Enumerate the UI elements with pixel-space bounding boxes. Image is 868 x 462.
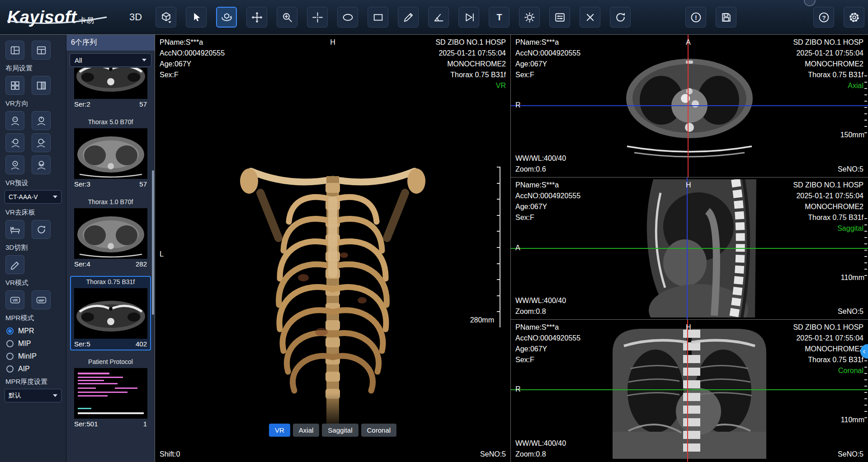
vr-preset-select[interactable]: CT-AAA-V bbox=[5, 190, 61, 204]
sagittal-crosshair-vertical[interactable] bbox=[687, 177, 688, 320]
viewport-vr[interactable]: PName:S***a AccNO:0004920555 Age:067Y Se… bbox=[155, 35, 510, 462]
series-panel: 6个序列 All Ser:2 bbox=[66, 35, 155, 462]
delete-tool-button[interactable] bbox=[580, 7, 600, 28]
orientation-top: A bbox=[686, 37, 691, 48]
window-preset-button[interactable] bbox=[549, 7, 570, 28]
photometric: MONOCHROME2 bbox=[793, 344, 863, 355]
view-button-vr[interactable]: VR bbox=[269, 424, 290, 437]
alert-button[interactable]: ! bbox=[685, 7, 706, 28]
reset-view-button[interactable] bbox=[610, 7, 631, 28]
settings-button[interactable] bbox=[844, 7, 864, 28]
axial-crosshair-horizontal[interactable] bbox=[511, 105, 868, 106]
mpr-column: PName:S***a AccNO:0004920555 Age:067Y Se… bbox=[510, 35, 868, 462]
viewport-coronal[interactable]: PName:S***a AccNO:0004920555 Age:067Y Se… bbox=[511, 320, 868, 462]
remove-bed-button[interactable] bbox=[5, 220, 24, 239]
series-number: Ser:2 bbox=[74, 100, 90, 108]
scale-label: 110mm bbox=[841, 415, 864, 425]
help-button[interactable]: ? bbox=[813, 7, 834, 28]
series-item-2[interactable]: Ser:2 57 bbox=[70, 68, 151, 111]
crosshair-tool-button[interactable] bbox=[307, 7, 328, 28]
coronal-crosshair-horizontal[interactable] bbox=[511, 389, 868, 390]
bed-reset-button[interactable] bbox=[32, 220, 51, 239]
series-number: Ser:5 bbox=[74, 340, 90, 348]
app-logo: Kayisoft 卡易 bbox=[0, 8, 113, 27]
grid-2x2-button[interactable] bbox=[5, 76, 24, 95]
series-item-501[interactable]: Patient Protocol bbox=[70, 356, 151, 430]
vr-orient-left-button[interactable] bbox=[5, 133, 24, 152]
pointer-tool-button[interactable] bbox=[186, 7, 207, 28]
split-view-button[interactable] bbox=[32, 76, 51, 95]
layout-preset-b-button[interactable] bbox=[32, 41, 51, 60]
save-button[interactable] bbox=[716, 7, 736, 28]
text-icon: T bbox=[493, 11, 505, 23]
vr-orient-posterior-button[interactable] bbox=[32, 111, 51, 130]
svg-text:VR: VR bbox=[12, 298, 18, 303]
mpr-mode-option-minip[interactable]: MinIP bbox=[6, 352, 61, 360]
wwwl-label: WW/WL:400/40 bbox=[515, 153, 566, 164]
text-tool-button[interactable]: T bbox=[489, 7, 509, 28]
vr-preset-label: VR预设 bbox=[5, 179, 61, 187]
series-footer: Ser:5 402 bbox=[72, 340, 149, 348]
patient-age: Age:067Y bbox=[515, 201, 580, 212]
layout-preset-a-button[interactable] bbox=[5, 41, 24, 60]
rectangle-tool-button[interactable] bbox=[368, 7, 388, 28]
window-level-button[interactable] bbox=[519, 7, 540, 28]
orientation-top: H bbox=[330, 37, 335, 48]
series-filter-select[interactable]: All bbox=[70, 53, 151, 67]
study-datetime: 2025-01-21 07:55:04 bbox=[793, 333, 863, 344]
mpr-mode-option-aip[interactable]: AIP bbox=[6, 365, 61, 373]
viewport-sagittal[interactable]: PName:S***a AccNO:0004920555 Age:067Y Se… bbox=[511, 177, 868, 320]
mpr-thickness-select[interactable]: 默认 bbox=[5, 389, 61, 402]
study-datetime: 2025-01-21 07:55:04 bbox=[435, 48, 506, 59]
vr-mode-vr-button[interactable]: VR bbox=[5, 290, 24, 309]
patient-accno: AccNO:0004920555 bbox=[160, 48, 225, 59]
series-item-4[interactable]: Thorax 1.0 B70f Ser:4 282 bbox=[70, 196, 151, 271]
series-image-count: 402 bbox=[136, 340, 147, 348]
cine-tool-button[interactable] bbox=[458, 7, 479, 28]
view-button-saggital[interactable]: Saggital bbox=[322, 424, 358, 437]
mpr-mode-option-mpr[interactable]: MPR bbox=[6, 327, 61, 335]
vr-orient-right-button[interactable] bbox=[32, 133, 51, 152]
head-right-icon bbox=[36, 137, 47, 149]
series-item-3[interactable]: Thorax 5.0 B70f Ser:3 57 bbox=[70, 116, 151, 191]
vr-bed-removal-label: VR去床板 bbox=[5, 208, 61, 217]
view-button-coronal[interactable]: Coronal bbox=[361, 424, 397, 437]
series-filter-value: All bbox=[75, 56, 82, 64]
render-mode-button[interactable] bbox=[156, 7, 176, 28]
series-desc: Thorax 0.75 B31f bbox=[435, 70, 506, 80]
play-icon bbox=[463, 11, 475, 23]
measure-tool-button[interactable] bbox=[398, 7, 419, 28]
series-scrollbar-thumb[interactable] bbox=[152, 170, 154, 315]
vr-orient-inferior-button[interactable] bbox=[32, 155, 51, 174]
mpr-mode-option-mip[interactable]: MIP bbox=[6, 340, 61, 348]
angle-tool-button[interactable] bbox=[428, 7, 449, 28]
grid-2x2-icon bbox=[9, 80, 21, 91]
pan-tool-button[interactable] bbox=[246, 7, 267, 28]
sagittal-crosshair-horizontal[interactable] bbox=[511, 248, 868, 249]
user-avatar[interactable] bbox=[804, 0, 816, 6]
scalpel-button[interactable] bbox=[5, 255, 24, 274]
scale-label: 110mm bbox=[841, 272, 864, 283]
photometric: MONOCHROME2 bbox=[793, 59, 863, 70]
vr-orient-anterior-button[interactable] bbox=[5, 111, 24, 130]
gear-icon bbox=[848, 11, 860, 23]
viewport-axial[interactable]: PName:S***a AccNO:0004920555 Age:067Y Se… bbox=[511, 35, 868, 177]
mpr-mode-label: MPR模式 bbox=[5, 314, 61, 322]
ellipse-tool-button[interactable] bbox=[337, 7, 358, 28]
axial-crosshair-vertical[interactable] bbox=[688, 35, 689, 177]
coronal-crosshair-vertical[interactable] bbox=[687, 320, 688, 462]
vr-orient-superior-button[interactable] bbox=[5, 155, 24, 174]
series-item-5-selected[interactable]: Thorax 0.75 B31f Ser:5 402 bbox=[70, 276, 151, 350]
rotate3d-tool-button[interactable] bbox=[216, 7, 237, 28]
zoom-tool-button[interactable] bbox=[277, 7, 297, 28]
scale-ruler bbox=[864, 218, 867, 281]
vr-orient-row-2 bbox=[5, 133, 61, 152]
preset-sliders-icon bbox=[554, 11, 566, 23]
scale-label: 280mm bbox=[470, 315, 494, 326]
bed-icon bbox=[9, 224, 21, 235]
ellipse-icon bbox=[342, 11, 354, 23]
vr-mode-mip-button[interactable]: MIP bbox=[32, 290, 51, 309]
orientation-left: L bbox=[160, 249, 164, 260]
head-top-icon bbox=[9, 159, 21, 171]
view-button-axial[interactable]: Axial bbox=[293, 424, 320, 437]
